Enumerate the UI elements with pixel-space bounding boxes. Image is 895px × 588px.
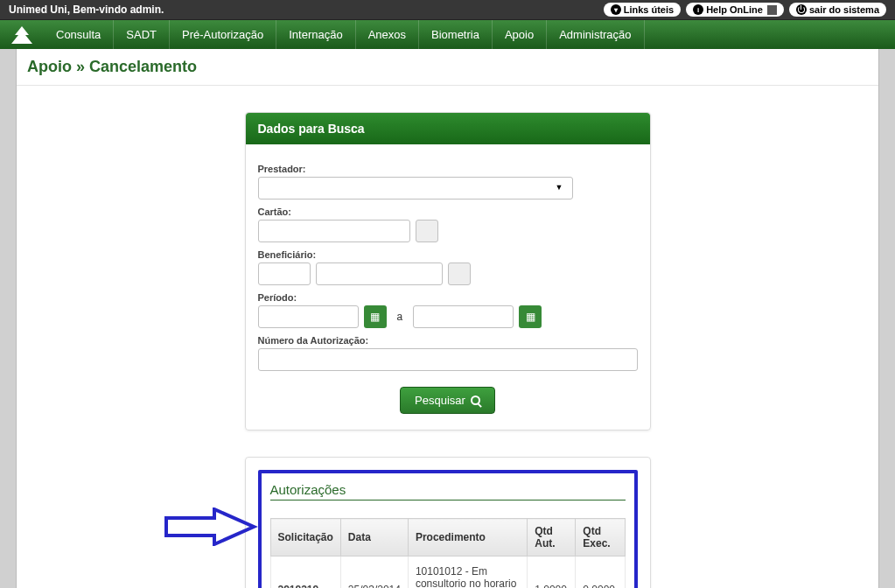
results-table: Solicitação Data Procedimento Qtd Aut. Q…: [270, 518, 626, 588]
links-uteis-button[interactable]: ▾ Links úteis: [604, 3, 681, 17]
help-online-button[interactable]: i Help OnLine: [686, 3, 784, 17]
cartao-label: Cartão:: [258, 206, 638, 217]
calendar-icon: ▦: [370, 311, 380, 323]
periodo-separator: a: [392, 311, 409, 323]
nav-sadt[interactable]: SADT: [114, 20, 170, 49]
arrow-down-icon: ▾: [611, 4, 621, 15]
search-card-title: Dados para Busca: [246, 113, 650, 144]
beneficiario-name-input[interactable]: [316, 262, 443, 285]
calendar-icon: ▦: [526, 311, 535, 323]
cell-qtd-aut: 1.0000: [528, 556, 576, 589]
help-online-label: Help OnLine: [706, 4, 763, 15]
nav-anexos[interactable]: Anexos: [356, 20, 419, 49]
col-data: Data: [340, 519, 408, 556]
cell-solicitacao: 2919219: [270, 556, 340, 589]
logo[interactable]: [0, 20, 44, 49]
cartao-input[interactable]: [258, 220, 410, 242]
results-underline: [270, 500, 626, 500]
nav-biometria[interactable]: Biometria: [419, 20, 493, 49]
beneficiario-code-input[interactable]: [258, 262, 311, 285]
content: Apoio » Cancelamento Dados para Busca Pr…: [16, 49, 879, 588]
svg-marker-0: [11, 26, 32, 44]
nav-consulta[interactable]: Consulta: [44, 20, 114, 49]
periodo-label: Período:: [258, 292, 638, 303]
cell-qtd-exec: 0.0000: [576, 556, 625, 589]
cartao-lookup-button[interactable]: [416, 220, 438, 242]
periodo-end-input[interactable]: [413, 305, 514, 328]
col-solicitacao: Solicitação: [270, 519, 340, 556]
pesquisar-label: Pesquisar: [415, 394, 465, 407]
cell-data: 25/03/2014: [340, 556, 408, 589]
cell-procedimento: 10101012 - Em consultorio no horario nor…: [408, 556, 527, 589]
results-title: Autorizações: [270, 482, 626, 497]
num-autorizacao-label: Número da Autorização:: [258, 335, 638, 346]
beneficiario-lookup-button[interactable]: [448, 262, 471, 285]
search-icon: [471, 396, 480, 405]
nav-internacao[interactable]: Internação: [276, 20, 355, 49]
pesquisar-button[interactable]: Pesquisar: [400, 387, 495, 414]
nav-administracao[interactable]: Administração: [547, 20, 644, 49]
prestador-select[interactable]: [258, 177, 573, 200]
info-icon: i: [693, 4, 703, 15]
results-card: Autorizações Solicitação Data Procedimen…: [245, 457, 651, 588]
nav-apoio[interactable]: Apoio: [493, 20, 547, 49]
search-card-body: Prestador: Cartão: Beneficiário: Período…: [246, 144, 650, 430]
welcome-text: Unimed Uni, Bem-vindo admin.: [9, 4, 164, 16]
col-qtd-exec: Qtd Exec.: [576, 519, 625, 556]
links-uteis-label: Links úteis: [624, 4, 674, 15]
periodo-end-calendar-button[interactable]: ▦: [519, 305, 542, 328]
tree-icon: [10, 26, 34, 44]
power-icon: [796, 4, 807, 15]
table-header-row: Solicitação Data Procedimento Qtd Aut. Q…: [270, 519, 625, 556]
highlight-annotation: Autorizações Solicitação Data Procedimen…: [258, 470, 638, 588]
logout-label: sair do sistema: [809, 4, 879, 15]
help-indicator-icon: [767, 5, 777, 15]
prestador-label: Prestador:: [258, 164, 638, 174]
num-autorizacao-input[interactable]: [258, 348, 638, 371]
main-nav: Consulta SADT Pré-Autorização Internação…: [0, 20, 895, 49]
table-row[interactable]: 2919219 25/03/2014 10101012 - Em consult…: [270, 556, 625, 589]
top-bar: Unimed Uni, Bem-vindo admin. ▾ Links úte…: [0, 0, 895, 20]
nav-pre-autorizacao[interactable]: Pré-Autorização: [170, 20, 276, 49]
breadcrumb: Apoio » Cancelamento: [17, 49, 878, 86]
periodo-start-calendar-button[interactable]: ▦: [364, 305, 387, 328]
col-procedimento: Procedimento: [408, 519, 527, 556]
beneficiario-label: Beneficiário:: [258, 249, 638, 260]
periodo-start-input[interactable]: [258, 305, 359, 328]
logout-button[interactable]: sair do sistema: [789, 3, 886, 17]
top-bar-actions: ▾ Links úteis i Help OnLine sair do sist…: [604, 3, 886, 17]
search-card: Dados para Busca Prestador: Cartão: Bene…: [245, 112, 651, 430]
col-qtd-aut: Qtd Aut.: [528, 519, 576, 556]
